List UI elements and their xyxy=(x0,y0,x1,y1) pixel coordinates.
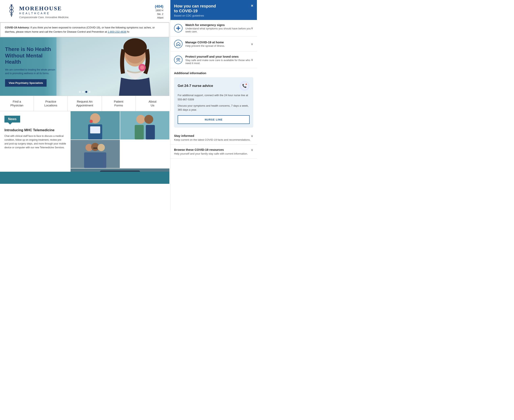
nav-find-physician[interactable]: Find aPhysician xyxy=(0,96,34,111)
svg-point-14 xyxy=(144,115,153,124)
nav-patient-forms[interactable]: PatientForms xyxy=(102,96,136,111)
news-image-telemedicine: TELEMEDICINE Morehouse Healthcare xyxy=(71,168,169,172)
svg-point-6 xyxy=(123,38,147,56)
logo-area: MOREHOUSE HEALTHCARE Compassionate Care.… xyxy=(6,4,69,20)
covid-section-protect-header[interactable]: Protect yourself and your loved ones Sta… xyxy=(170,52,257,68)
news-image-1 xyxy=(71,111,120,139)
news-tag: News xyxy=(4,116,20,122)
news-image-3 xyxy=(71,140,120,168)
hero-desc: We are committed to treating the whole p… xyxy=(5,68,57,75)
nav-bar: Find aPhysician PracticeLocations Reques… xyxy=(0,96,169,111)
covid-additional-title: Additional information xyxy=(174,71,253,75)
nurse-line-button[interactable]: NURSE LINE xyxy=(178,115,250,124)
nurse-phone-icon: 📞 xyxy=(239,81,250,91)
covid-section-protect-desc: Stay safe and make sure care is availabl… xyxy=(185,59,251,65)
covid-section-emergency-left: Watch for emergency signs Understand wha… xyxy=(174,23,251,33)
nav-request-appointment-label: Request AnAppointment xyxy=(76,100,93,107)
covid-section-home-title: Manage COVID-19 at home xyxy=(185,40,225,44)
nurse-card-desc2: Discuss your symptoms and health concern… xyxy=(178,104,250,112)
svg-point-3 xyxy=(11,4,12,6)
hero-dot-4 xyxy=(89,91,91,93)
svg-rect-16 xyxy=(146,125,155,139)
nav-practice-locations-label: PracticeLocations xyxy=(44,100,57,107)
covid-section-home-desc: Help prevent the spread of illness. xyxy=(185,44,225,47)
covid-protect-icon xyxy=(174,56,183,64)
news-images: TELEMEDICINE Morehouse Healthcare xyxy=(71,111,169,172)
hero-section: There is No Health Without Mental Health… xyxy=(0,37,169,96)
nurse-card-top: Get 24-7 nurse advice 📞 xyxy=(178,81,250,91)
svg-point-13 xyxy=(136,115,145,124)
covid-section-home-content: Manage COVID-19 at home Help prevent the… xyxy=(185,40,225,47)
hero-dot-2 xyxy=(82,91,84,93)
news-image-2 xyxy=(120,111,169,139)
covid-section-emergency-header[interactable]: Watch for emergency signs Understand wha… xyxy=(170,20,257,36)
svg-rect-21 xyxy=(93,148,97,149)
advisory-phone-link[interactable]: 1-800-232-4636 xyxy=(108,30,126,33)
hero-image xyxy=(56,37,169,96)
covid-additional: Additional information Get 24-7 nurse ad… xyxy=(170,68,257,131)
covid-section-home: Manage COVID-19 at home Help prevent the… xyxy=(170,37,257,52)
hero-dot-3[interactable] xyxy=(85,91,87,93)
logo-text: MOREHOUSE HEALTHCARE Compassionate Care.… xyxy=(19,5,69,19)
covid-section-protect-title: Protect yourself and your loved ones xyxy=(185,55,251,58)
covid-section-emergency: Watch for emergency signs Understand wha… xyxy=(170,20,257,37)
nurse-card: Get 24-7 nurse advice 📞 For additional s… xyxy=(174,77,253,128)
svg-rect-11 xyxy=(90,126,100,133)
hero-title: There is No Health Without Mental Health xyxy=(5,46,57,65)
nurse-card-desc: For additional support, connect with the… xyxy=(178,93,250,102)
covid-close-button[interactable]: × xyxy=(251,4,253,8)
covid-browse-resources-title: Browse these COVID-19 resources xyxy=(174,148,248,151)
covid-header-text: How you can respondto COVID-19 Based on … xyxy=(174,4,216,17)
svg-point-8 xyxy=(140,66,144,69)
covid-section-emergency-chevron: ∨ xyxy=(251,26,253,30)
covid-section-protect: Protect yourself and your loved ones Sta… xyxy=(170,52,257,68)
svg-point-12 xyxy=(90,120,93,123)
news-title: Introducing MHC Telemedicine xyxy=(4,128,66,132)
hero-dot-1 xyxy=(79,91,81,93)
covid-section-home-chevron: ∨ xyxy=(251,42,253,46)
covid-browse-resources-desc: Help yourself and your family stay safe … xyxy=(174,152,248,155)
logo-brand-name: MOREHOUSE xyxy=(19,5,69,12)
hero-dots xyxy=(79,91,91,93)
header-address: 1800 H Ste. 2 Atlant xyxy=(155,9,163,20)
nav-patient-forms-label: PatientForms xyxy=(114,100,123,107)
covid-header: How you can respondto COVID-19 Based on … xyxy=(170,0,257,20)
covid-stay-informed-header[interactable]: Stay informed Keep current on the latest… xyxy=(170,131,257,144)
advisory-text-after: fo xyxy=(127,30,129,33)
svg-rect-32 xyxy=(176,28,180,29)
covid-panel: How you can respondto COVID-19 Based on … xyxy=(170,0,257,210)
covid-section-home-header[interactable]: Manage COVID-19 at home Help prevent the… xyxy=(170,37,257,51)
covid-section-emergency-desc: Understand what symptoms you should have… xyxy=(185,27,251,33)
covid-stay-informed-title: Stay informed xyxy=(174,134,250,137)
nav-find-physician-label: Find aPhysician xyxy=(10,100,23,107)
hero-content: There is No Health Without Mental Health… xyxy=(0,37,62,96)
news-text: Chat with clinical staff face-to-face to… xyxy=(4,134,66,150)
covid-section-emergency-content: Watch for emergency signs Understand wha… xyxy=(185,23,251,33)
covid-section-protect-content: Protect yourself and your loved ones Sta… xyxy=(185,55,251,65)
svg-rect-22 xyxy=(100,171,140,172)
nav-about-us-label: AboutUs xyxy=(149,100,156,107)
header-phone[interactable]: (404) xyxy=(155,4,163,9)
covid-section-home-left: Manage COVID-19 at home Help prevent the… xyxy=(174,40,225,48)
covid-browse-resources: Browse these COVID-19 resources Help you… xyxy=(170,145,257,159)
covid-browse-resources-header[interactable]: Browse these COVID-19 resources Help you… xyxy=(170,145,257,158)
covid-section-protect-left: Protect yourself and your loved ones Sta… xyxy=(174,55,251,65)
covid-subtitle: Based on CDC guidelines xyxy=(174,14,216,17)
hero-cta-button[interactable]: View Psychiatry Specialists xyxy=(5,79,46,87)
nav-about-us[interactable]: AboutUs xyxy=(136,96,169,111)
logo-tagline: Compassionate Care. Innovative Medicine. xyxy=(19,16,69,19)
nav-practice-locations[interactable]: PracticeLocations xyxy=(34,96,68,111)
covid-section-protect-chevron: ∨ xyxy=(251,58,253,62)
advisory-banner: COVID-19 Advisory: If you think you've b… xyxy=(0,22,169,37)
svg-rect-15 xyxy=(135,125,144,139)
svg-point-34 xyxy=(178,58,180,60)
bottom-teal-bar xyxy=(0,172,169,184)
svg-rect-20 xyxy=(84,152,106,168)
news-section: News Introducing MHC Telemedicine Chat w… xyxy=(0,111,169,172)
covid-browse-resources-chevron: ∨ xyxy=(251,148,253,152)
covid-stay-informed: Stay informed Keep current on the latest… xyxy=(170,131,257,145)
covid-browse-resources-content: Browse these COVID-19 resources Help you… xyxy=(174,148,248,155)
news-left: News Introducing MHC Telemedicine Chat w… xyxy=(0,111,71,172)
advisory-label: COVID-19 Advisory: xyxy=(5,26,30,29)
nav-request-appointment[interactable]: Request AnAppointment xyxy=(68,96,102,111)
